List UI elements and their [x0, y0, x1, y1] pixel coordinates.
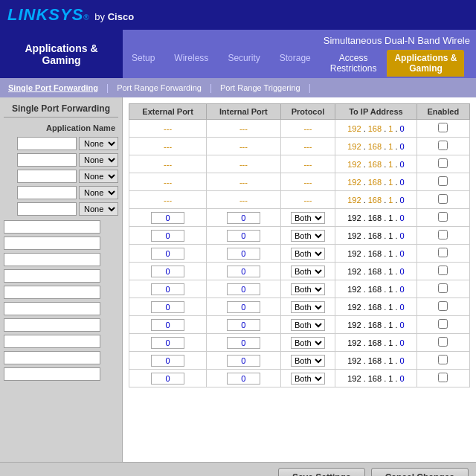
enabled-checkbox[interactable] — [438, 194, 448, 204]
int-port-input[interactable] — [227, 283, 260, 295]
enabled-checkbox[interactable] — [438, 337, 448, 347]
ext-port-input[interactable] — [151, 355, 184, 367]
proto-cell: --- — [280, 191, 335, 209]
app-name-input-15[interactable] — [4, 367, 100, 381]
ext-port-cell: --- — [129, 191, 207, 209]
int-port-input[interactable] — [227, 248, 260, 260]
sidebar-row-2: None — [4, 153, 118, 167]
tab-security[interactable]: Security — [219, 50, 268, 77]
proto-select[interactable]: Both TCP UDP — [291, 283, 325, 295]
proto-select[interactable]: Both TCP UDP — [291, 248, 325, 260]
int-port-input[interactable] — [227, 337, 260, 349]
ext-port-input[interactable] — [151, 301, 184, 313]
tab-wireless[interactable]: Wireless — [165, 50, 217, 77]
int-port-cell: --- — [207, 173, 280, 191]
enabled-checkbox[interactable] — [438, 266, 448, 275]
app-name-input-14[interactable] — [4, 351, 100, 364]
proto-select[interactable]: Both TCP UDP — [291, 230, 325, 242]
table-row: --- --- --- 192 . 168 . 1 . 0 — [129, 120, 470, 138]
app-name-input-11[interactable] — [4, 302, 100, 315]
ext-port-input[interactable] — [151, 248, 184, 260]
col-enabled: Enabled — [416, 104, 469, 120]
enabled-checkbox[interactable] — [438, 319, 448, 329]
app-select-1[interactable]: None — [79, 137, 118, 150]
int-port-input[interactable] — [227, 266, 260, 277]
enabled-checkbox[interactable] — [438, 123, 448, 132]
enabled-checkbox[interactable] — [438, 230, 448, 239]
proto-select[interactable]: Both TCP UDP — [291, 355, 325, 367]
subnav-single-port[interactable]: Single Port Forwarding — [4, 82, 103, 94]
app-name-input-10[interactable] — [4, 286, 100, 299]
int-port-input[interactable] — [227, 230, 260, 242]
sidebar-row-4: None — [4, 186, 118, 199]
int-port-input[interactable] — [227, 301, 260, 313]
app-name-input-13[interactable] — [4, 335, 100, 348]
enabled-cell — [416, 155, 469, 173]
proto-cell: Both TCP UDP — [280, 298, 335, 316]
app-name-input-4[interactable] — [17, 186, 77, 199]
app-name-input-9[interactable] — [4, 269, 100, 283]
app-select-3[interactable]: None — [79, 170, 118, 183]
enabled-cell — [416, 138, 469, 155]
proto-select[interactable]: Both TCP UDP — [291, 337, 325, 349]
app-name-input-7[interactable] — [4, 237, 100, 250]
int-port-input[interactable] — [227, 373, 260, 385]
app-name-input-1[interactable] — [17, 137, 77, 150]
proto-select[interactable]: Both TCP UDP — [291, 266, 325, 277]
int-port-cell — [207, 227, 280, 245]
ext-port-input[interactable] — [151, 283, 184, 295]
app-name-input-8[interactable] — [4, 253, 100, 266]
proto-select[interactable]: Both TCP UDP — [291, 212, 325, 224]
cancel-button[interactable]: Cancel Changes — [371, 468, 469, 477]
enabled-checkbox[interactable] — [438, 141, 448, 150]
enabled-checkbox[interactable] — [438, 373, 448, 382]
proto-select[interactable]: Both TCP UDP — [291, 373, 325, 385]
subnav-port-trigger[interactable]: Port Range Triggering — [216, 82, 305, 94]
enabled-checkbox[interactable] — [438, 283, 448, 293]
app-select-2[interactable]: None — [79, 153, 118, 167]
app-name-input-2[interactable] — [17, 153, 77, 167]
proto-cell: --- — [280, 173, 335, 191]
ext-port-input[interactable] — [151, 212, 184, 224]
save-button[interactable]: Save Settings — [278, 468, 365, 477]
enabled-checkbox[interactable] — [438, 301, 448, 311]
app-name-input-12[interactable] — [4, 318, 100, 332]
ext-port-input[interactable] — [151, 230, 184, 242]
table-row: --- --- --- 192 . 168 . 1 . 0 — [129, 173, 470, 191]
enabled-checkbox[interactable] — [438, 158, 448, 168]
enabled-cell — [416, 173, 469, 191]
ext-port-input[interactable] — [151, 266, 184, 277]
proto-select[interactable]: Both TCP UDP — [291, 301, 325, 313]
enabled-checkbox[interactable] — [438, 176, 448, 186]
tab-setup[interactable]: Setup — [123, 50, 164, 77]
main-content: Single Port Forwarding Application Name … — [0, 97, 476, 462]
int-port-input[interactable] — [227, 212, 260, 224]
subnav-sep1: | — [106, 83, 109, 93]
int-port-cell: --- — [207, 191, 280, 209]
enabled-cell — [416, 245, 469, 263]
registered-icon: ® — [83, 13, 89, 22]
tab-access-restrictions[interactable]: AccessRestrictions — [321, 50, 386, 77]
ip-cell: 192 . 168 . 1 . 0 — [335, 280, 416, 298]
ext-port-input[interactable] — [151, 373, 184, 385]
ip-cell: 192 . 168 . 1 . 0 — [335, 227, 416, 245]
app-select-4[interactable]: None — [79, 186, 118, 199]
enabled-checkbox[interactable] — [438, 248, 448, 257]
enabled-checkbox[interactable] — [438, 355, 448, 364]
int-port-cell — [207, 316, 280, 334]
subnav-port-range[interactable]: Port Range Forwarding — [112, 82, 206, 94]
tab-applications-gaming[interactable]: Applications &Gaming — [387, 50, 464, 77]
ext-port-input[interactable] — [151, 337, 184, 349]
app-name-input-3[interactable] — [17, 170, 77, 183]
app-select-5[interactable]: None — [79, 202, 118, 216]
nav-right: Simultaneous Dual-N Band Wirele Setup Wi… — [123, 32, 476, 77]
proto-select[interactable]: Both TCP UDP — [291, 319, 325, 331]
app-name-input-5[interactable] — [17, 202, 77, 216]
int-port-input[interactable] — [227, 319, 260, 331]
app-name-input-6[interactable] — [4, 220, 100, 234]
tab-storage[interactable]: Storage — [271, 50, 320, 77]
ext-port-input[interactable] — [151, 319, 184, 331]
int-port-input[interactable] — [227, 355, 260, 367]
subnav-sep2: | — [210, 83, 212, 93]
enabled-checkbox[interactable] — [438, 212, 448, 222]
